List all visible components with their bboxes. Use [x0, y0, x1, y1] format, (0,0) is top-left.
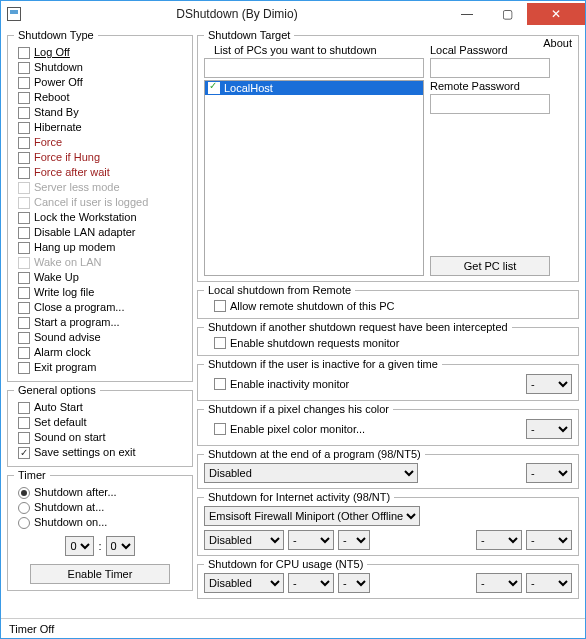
pixel-value-select[interactable]: -	[526, 419, 572, 439]
host-checkbox[interactable]	[208, 82, 220, 94]
option-checkbox[interactable]	[18, 362, 30, 374]
inactive-value-select[interactable]: -	[526, 374, 572, 394]
shutdown-target-group: Shutdown Target About List of PCs you wa…	[197, 29, 579, 282]
option-radio[interactable]	[18, 487, 30, 499]
general-option[interactable]: Set default	[18, 415, 186, 430]
shutdown-type-option[interactable]: Disable LAN adapter	[18, 225, 186, 240]
shutdown-type-option[interactable]: Hibernate	[18, 120, 186, 135]
option-checkbox[interactable]	[18, 77, 30, 89]
shutdown-type-option[interactable]: Wake Up	[18, 270, 186, 285]
option-checkbox[interactable]	[18, 302, 30, 314]
shutdown-type-option[interactable]: Sound advise	[18, 330, 186, 345]
internet-c-select[interactable]: -	[476, 530, 522, 550]
timer-mode-option[interactable]: Shutdown on...	[18, 515, 186, 530]
pc-listbox[interactable]: LocalHost	[204, 80, 424, 276]
local-password-input[interactable]	[430, 58, 550, 78]
allow-remote-checkbox[interactable]	[214, 300, 226, 312]
option-checkbox[interactable]	[18, 257, 30, 269]
pc-name-input[interactable]	[204, 58, 424, 78]
program-end-value-select[interactable]: -	[526, 463, 572, 483]
option-radio[interactable]	[18, 502, 30, 514]
option-checkbox[interactable]	[18, 432, 30, 444]
timer-mode-option[interactable]: Shutdown at...	[18, 500, 186, 515]
shutdown-type-option[interactable]: Alarm clock	[18, 345, 186, 360]
shutdown-type-option[interactable]: Force if Hung	[18, 150, 186, 165]
shutdown-type-option[interactable]: Cancel if user is logged	[18, 195, 186, 210]
cpu-b-select[interactable]: -	[338, 573, 370, 593]
shutdown-type-option[interactable]: Server less mode	[18, 180, 186, 195]
option-checkbox[interactable]	[18, 332, 30, 344]
minimize-button[interactable]: —	[447, 3, 487, 25]
general-option[interactable]: Sound on start	[18, 430, 186, 445]
maximize-button[interactable]: ▢	[487, 3, 527, 25]
shutdown-type-option[interactable]: Log Off	[18, 45, 186, 60]
shutdown-type-option[interactable]: Close a program...	[18, 300, 186, 315]
shutdown-type-option[interactable]: Stand By	[18, 105, 186, 120]
option-checkbox[interactable]	[18, 227, 30, 239]
timer-hour-spinner[interactable]: 0	[65, 536, 94, 556]
option-checkbox[interactable]	[18, 122, 30, 134]
program-end-select[interactable]: Disabled	[204, 463, 418, 483]
about-link[interactable]: About	[543, 37, 572, 49]
internet-a-select[interactable]: -	[288, 530, 334, 550]
option-label: Sound advise	[34, 330, 101, 345]
shutdown-type-option[interactable]: Exit program	[18, 360, 186, 375]
shutdown-type-option[interactable]: Hang up modem	[18, 240, 186, 255]
shutdown-type-option[interactable]: Wake on LAN	[18, 255, 186, 270]
enable-timer-button[interactable]: Enable Timer	[30, 564, 170, 584]
option-checkbox[interactable]	[18, 197, 30, 209]
option-checkbox[interactable]	[18, 152, 30, 164]
get-pc-list-button[interactable]: Get PC list	[430, 256, 550, 276]
option-checkbox[interactable]	[18, 137, 30, 149]
shutdown-type-option[interactable]: Start a program...	[18, 315, 186, 330]
timer-minute-spinner[interactable]: 0	[106, 536, 135, 556]
option-checkbox[interactable]: ✓	[18, 447, 30, 459]
option-checkbox[interactable]	[18, 272, 30, 284]
shutdown-type-option[interactable]: Write log file	[18, 285, 186, 300]
remote-password-input[interactable]	[430, 94, 550, 114]
option-checkbox[interactable]	[18, 212, 30, 224]
general-option[interactable]: Auto Start	[18, 400, 186, 415]
internet-d-select[interactable]: -	[526, 530, 572, 550]
option-checkbox[interactable]	[18, 317, 30, 329]
option-checkbox[interactable]	[18, 47, 30, 59]
close-button[interactable]: ✕	[527, 3, 585, 25]
pixel-group: Shutdown if a pixel changes his color En…	[197, 403, 579, 446]
shutdown-type-option[interactable]: Reboot	[18, 90, 186, 105]
shutdown-type-option[interactable]: Force after wait	[18, 165, 186, 180]
option-checkbox[interactable]	[18, 182, 30, 194]
option-label: Exit program	[34, 360, 96, 375]
shutdown-type-option[interactable]: Force	[18, 135, 186, 150]
cpu-a-select[interactable]: -	[288, 573, 334, 593]
cpu-mode-select[interactable]: Disabled	[204, 573, 284, 593]
option-radio[interactable]	[18, 517, 30, 529]
timer-mode-option[interactable]: Shutdown after...	[18, 485, 186, 500]
general-option[interactable]: ✓Save settings on exit	[18, 445, 186, 460]
list-item[interactable]: LocalHost	[205, 81, 423, 95]
option-checkbox[interactable]	[18, 242, 30, 254]
shutdown-type-option[interactable]: Power Off	[18, 75, 186, 90]
option-label: Start a program...	[34, 315, 120, 330]
intercept-checkbox[interactable]	[214, 337, 226, 349]
shutdown-type-option[interactable]: Lock the Workstation	[18, 210, 186, 225]
inactive-checkbox[interactable]	[214, 378, 226, 390]
option-checkbox[interactable]	[18, 402, 30, 414]
option-checkbox[interactable]	[18, 92, 30, 104]
option-checkbox[interactable]	[18, 287, 30, 299]
option-checkbox[interactable]	[18, 107, 30, 119]
internet-b-select[interactable]: -	[338, 530, 370, 550]
option-label: Disable LAN adapter	[34, 225, 136, 240]
cpu-d-select[interactable]: -	[526, 573, 572, 593]
option-label: Set default	[34, 415, 87, 430]
option-checkbox[interactable]	[18, 167, 30, 179]
option-checkbox[interactable]	[18, 347, 30, 359]
option-checkbox[interactable]	[18, 417, 30, 429]
remote-shutdown-legend: Local shutdown from Remote	[204, 284, 355, 296]
pixel-checkbox[interactable]	[214, 423, 226, 435]
internet-adapter-select[interactable]: Emsisoft Firewall Miniport (Other Offlin…	[204, 506, 420, 526]
cpu-c-select[interactable]: -	[476, 573, 522, 593]
option-checkbox[interactable]	[18, 62, 30, 74]
internet-mode-select[interactable]: Disabled	[204, 530, 284, 550]
shutdown-type-option[interactable]: Shutdown	[18, 60, 186, 75]
option-label: Hang up modem	[34, 240, 115, 255]
